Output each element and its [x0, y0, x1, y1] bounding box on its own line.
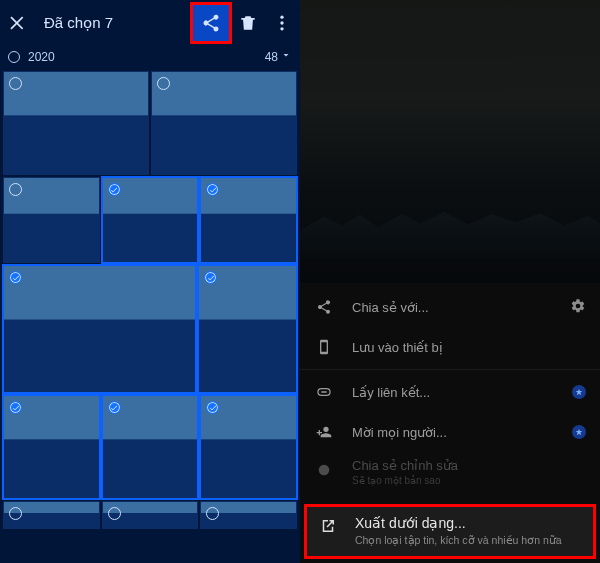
opt-sublabel: Sẽ tạo một bản sao	[352, 475, 458, 486]
opt-label: Chia sẻ với...	[352, 300, 570, 315]
svg-point-3	[319, 465, 330, 476]
export-title: Xuất dưới dạng...	[355, 515, 562, 531]
opt-export-as[interactable]: Xuất dưới dạng... Chọn loại tập tin, kíc…	[304, 504, 596, 559]
select-check-icon[interactable]	[108, 401, 121, 414]
opt-invite[interactable]: Mời mọi người...	[300, 412, 600, 452]
chevron-down-icon	[280, 49, 292, 64]
phone-icon	[314, 339, 334, 355]
opt-get-link[interactable]: Lấy liên kết...	[300, 372, 600, 412]
opt-label: Lưu vào thiết bị	[352, 340, 586, 355]
edit-share-icon	[314, 462, 334, 478]
thumb[interactable]	[102, 177, 199, 263]
share-highlight	[190, 2, 232, 44]
opt-label: Lấy liên kết...	[352, 385, 572, 400]
year-row[interactable]: 2020 48	[0, 45, 300, 68]
select-ring-icon[interactable]	[206, 507, 219, 520]
opt-label: Chia sẻ chỉnh sửa	[352, 458, 458, 473]
trash-icon[interactable]	[236, 11, 260, 35]
opt-share-edit: Chia sẻ chỉnh sửa Sẽ tạo một bản sao	[300, 452, 600, 498]
person-add-icon	[314, 424, 334, 440]
thumb[interactable]	[3, 177, 100, 263]
thumb[interactable]	[3, 71, 149, 175]
preview-pane: Chia sẻ với... Lưu vào thiết bị Lấy liên…	[300, 0, 600, 563]
thumb[interactable]	[102, 395, 199, 499]
select-check-icon[interactable]	[206, 401, 219, 414]
select-ring-icon[interactable]	[157, 77, 170, 90]
share-sheet: Chia sẻ với... Lưu vào thiết bị Lấy liên…	[300, 283, 600, 563]
star-badge-icon	[572, 425, 586, 439]
share-icon[interactable]	[199, 11, 223, 35]
select-check-icon[interactable]	[9, 401, 22, 414]
svg-point-1	[280, 21, 283, 24]
select-ring-icon[interactable]	[108, 507, 121, 520]
link-icon	[314, 384, 334, 400]
thumb[interactable]	[3, 395, 100, 499]
more-icon[interactable]	[270, 11, 294, 35]
select-check-icon[interactable]	[108, 183, 121, 196]
thumb[interactable]	[151, 71, 297, 175]
select-check-icon[interactable]	[9, 271, 22, 284]
close-icon[interactable]	[6, 11, 30, 35]
year-count: 48	[265, 50, 278, 64]
selection-topbar: Đã chọn 7	[0, 0, 300, 45]
select-ring-icon[interactable]	[9, 507, 22, 520]
star-badge-icon	[572, 385, 586, 399]
year-ring-icon	[8, 51, 20, 63]
separator	[300, 369, 600, 370]
selection-title: Đã chọn 7	[44, 14, 190, 32]
svg-point-0	[280, 15, 283, 18]
share-icon	[314, 299, 334, 315]
select-ring-icon[interactable]	[9, 183, 22, 196]
select-ring-icon[interactable]	[9, 77, 22, 90]
svg-point-2	[280, 27, 283, 30]
thumb[interactable]	[200, 177, 297, 263]
export-icon	[319, 517, 339, 539]
export-subtitle: Chọn loại tập tin, kích cỡ và nhiều hơn …	[355, 534, 562, 546]
thumb[interactable]	[200, 395, 297, 499]
year-label: 2020	[28, 50, 265, 64]
opt-label: Mời mọi người...	[352, 425, 572, 440]
thumb[interactable]	[102, 501, 199, 529]
select-check-icon[interactable]	[204, 271, 217, 284]
preview-image	[300, 0, 600, 283]
opt-share-with[interactable]: Chia sẻ với...	[300, 287, 600, 327]
thumb[interactable]	[3, 501, 100, 529]
gear-icon[interactable]	[570, 298, 586, 317]
thumb[interactable]	[198, 265, 297, 393]
opt-save-device[interactable]: Lưu vào thiết bị	[300, 327, 600, 367]
gallery-pane: Đã chọn 7 2020 48	[0, 0, 300, 563]
thumb[interactable]	[200, 501, 297, 529]
select-check-icon[interactable]	[206, 183, 219, 196]
thumb[interactable]	[3, 265, 196, 393]
thumbnail-grid	[0, 68, 300, 563]
